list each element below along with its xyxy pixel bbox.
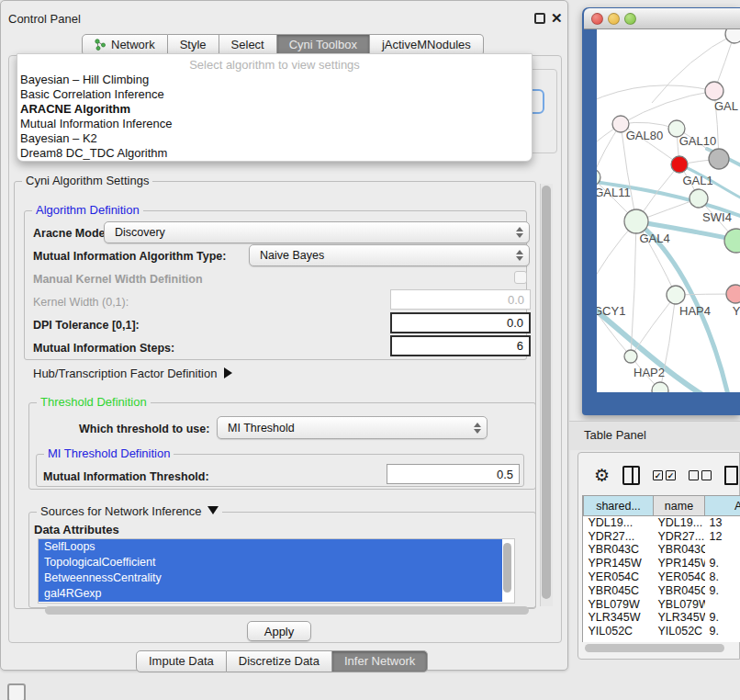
node-salmon[interactable] [726,285,740,303]
tab-impute-data[interactable]: Impute Data [136,650,227,672]
cyni-algorithm-settings-label: Cyni Algorithm Settings [22,174,152,187]
close-traffic-light-icon[interactable] [591,13,603,25]
settings-horizontal-scrollbar[interactable] [45,606,529,615]
data-attributes-list[interactable]: SelfLoops TopologicalCoefficient Between… [38,538,515,604]
sources-group-label[interactable]: Sources for Network Inference [37,504,222,518]
node-label: Y [733,304,740,318]
table-row[interactable]: YDL19...YDL19...13 [584,516,740,530]
node-label: GAL [714,99,738,113]
deselect-all-columns-icon[interactable] [689,470,712,480]
expanded-arrow-icon [207,506,219,514]
node-label: GAL11 [597,186,631,199]
menu-item[interactable]: Bayesian – Hill Climbing [17,73,532,87]
network-window-titlebar[interactable] [584,8,740,29]
mi-algorithm-type-select[interactable]: Naive Bayes [249,244,530,266]
table-row[interactable]: YIL052CYIL052C9. [584,625,740,638]
node-gal4[interactable] [624,209,648,233]
control-panel-window: Control Panel ✕ Network Style Select Cyn… [0,0,568,671]
select-all-columns-icon[interactable]: ✓✓ [653,470,676,480]
list-item[interactable]: SelfLoops [39,539,502,555]
column-header-partial[interactable]: A [705,496,740,516]
algorithm-dropdown-popup: Select algorithm to view settings Bayesi… [17,53,533,162]
aracne-mode-value: Discovery [115,226,165,239]
list-vertical-scrollbar[interactable] [503,543,511,593]
node-label: GAL10 [679,134,716,148]
column-header-name[interactable]: name [654,496,705,516]
mi-threshold-label: Mutual Information Threshold: [43,470,209,483]
settings-vertical-scrollbar[interactable] [542,186,551,599]
list-item[interactable]: gal4RGexp [39,586,502,602]
menu-item[interactable]: Dream8 DC_TDC Algorithm [17,146,532,161]
table-row[interactable]: YLR345WYLR345W9. [584,611,740,625]
menu-item-highlighted[interactable]: ARACNE Algorithm [17,102,532,117]
stepper-icon [516,250,523,261]
table-row[interactable]: YBR043CYBR043C [584,543,740,557]
manual-kernel-width-checkbox[interactable] [514,271,527,284]
file-icon[interactable] [724,466,738,485]
node-gray[interactable] [709,149,729,169]
control-panel-title: Control Panel [8,12,81,26]
list-item[interactable]: BetweennessCentrality [39,570,502,586]
hub-definition-toggle[interactable]: Hub/Transcription Factor Definition [33,367,232,380]
split-view-icon[interactable] [622,466,640,485]
stepper-icon [516,227,523,238]
mi-steps-input[interactable]: 6 [390,335,531,356]
zoom-traffic-light-icon[interactable] [624,13,636,25]
table-row[interactable]: YBL079WYBL079W [584,597,740,611]
threshold-definition-label: Threshold Definition [37,395,151,409]
gear-icon[interactable]: ⚙ [594,467,610,484]
which-threshold-value: MI Threshold [228,422,295,435]
node-swi4[interactable] [690,189,708,208]
close-window-icon[interactable]: ✕ [551,10,563,27]
menu-item[interactable]: Basic Correlation Inference [17,87,532,102]
kernel-width-input[interactable]: 0.0 [390,289,531,310]
dropdown-placeholder: Select algorithm to view settings [17,54,532,73]
data-attributes-label: Data Attributes [34,523,119,536]
list-item[interactable]: TopologicalCoefficient [39,555,502,570]
table-row[interactable]: YER054CYER054C8. [584,570,740,584]
node-gal[interactable] [705,82,723,100]
table-row[interactable]: YBR045CYBR045C9. [584,583,740,597]
table-header-row: shared... name A [584,496,740,516]
manual-kernel-width-label: Manual Kernel Width Definition [33,273,203,286]
table-horizontal-scrollbar[interactable] [585,644,724,652]
float-window-icon[interactable] [534,13,545,24]
mi-threshold-group-label: MI Threshold Definition [44,446,174,460]
table-panel-title: Table Panel [584,428,646,442]
network-canvas[interactable]: GAL GAL80 GAL10 GAL1 SWI4 GAL11 GAL4 GCY… [597,29,740,392]
network-graph: GAL GAL80 GAL10 GAL1 SWI4 GAL11 GAL4 GCY… [597,29,740,392]
node-bright-green[interactable] [724,229,740,253]
node-label: GAL80 [626,129,663,142]
apply-button[interactable]: Apply [247,621,311,641]
menu-item[interactable]: Bayesian – K2 [17,131,532,146]
aracne-mode-select[interactable]: Discovery [104,221,530,243]
tab-network-label: Network [111,38,155,51]
node-gal1[interactable] [671,156,688,173]
table-row[interactable]: YPR145WYPR145W9. [584,557,740,570]
dpi-tolerance-label: DPI Tolerance [0,1]: [33,319,140,332]
node-table: shared... name A YDL19...YDL19...13 YDR2… [582,495,740,642]
node-hap4[interactable] [667,286,685,304]
node-label: GAL4 [639,231,669,245]
table-toolbar: ⚙ ✓✓ [581,459,740,491]
aracne-mode-label: Aracne Mode: [33,227,109,240]
node-label: HAP4 [679,304,711,318]
mi-steps-label: Mutual Information Steps: [33,342,174,355]
which-threshold-label: Which threshold to use: [79,423,209,435]
node-hap2[interactable] [624,350,637,363]
collapsed-arrow-icon [224,367,232,378]
node[interactable] [725,29,740,43]
node-label: HAP2 [633,366,665,379]
column-header-shared-name[interactable]: shared... [584,496,654,516]
tab-discretize-data[interactable]: Discretize Data [227,650,332,672]
node-label: GAL1 [682,174,712,187]
table-row[interactable]: YDR27...YDR27...12 [584,529,740,543]
minimize-traffic-light-icon[interactable] [608,13,620,25]
collapsed-panel-icon[interactable] [7,683,26,700]
which-threshold-select[interactable]: MI Threshold [217,416,488,439]
dpi-tolerance-input[interactable]: 0.0 [390,312,531,333]
tab-infer-network[interactable]: Infer Network [332,650,428,672]
menu-item[interactable]: Mutual Information Inference [17,117,532,131]
mi-threshold-input[interactable]: 0.5 [387,464,520,484]
kernel-width-label: Kernel Width (0,1): [33,296,129,309]
